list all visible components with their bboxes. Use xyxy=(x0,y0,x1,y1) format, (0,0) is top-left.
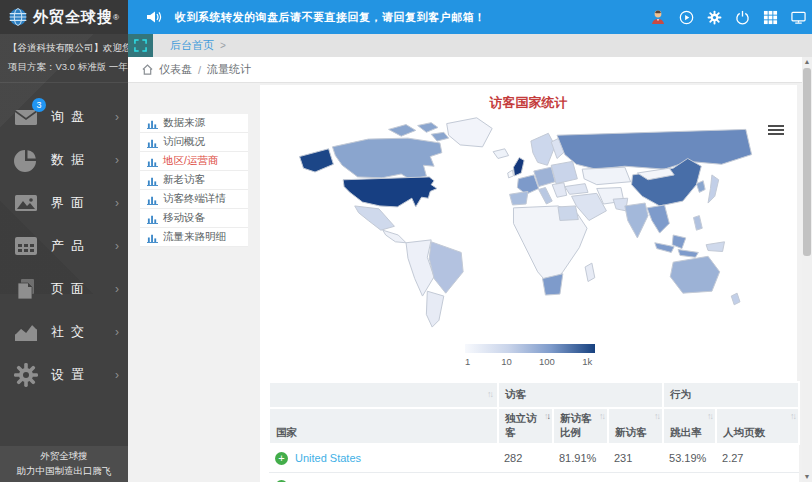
map-region-andes[interactable] xyxy=(406,240,434,296)
group-header-empty[interactable]: ↑↓ xyxy=(269,382,498,408)
col-header-bounce-rate[interactable]: 跳出率↑↓ xyxy=(663,408,716,444)
submenu-item-region-carrier[interactable]: 地区/运营商 xyxy=(140,152,248,171)
map-country-greenland[interactable] xyxy=(447,118,492,147)
bar-chart-icon xyxy=(147,175,158,186)
map-country-egypt[interactable] xyxy=(558,206,578,221)
map-region-eastern-europe[interactable] xyxy=(551,161,577,183)
sort-icon[interactable]: ↑↓ xyxy=(707,411,712,421)
country-link[interactable]: United States xyxy=(295,452,361,464)
map-country-iceland[interactable] xyxy=(493,149,508,159)
col-header-country[interactable]: 国家 xyxy=(269,408,498,444)
envelope-icon: 3 xyxy=(14,105,38,129)
top-header: 收到系统转发的询盘后请不要直接回复，请回复到客户邮箱！ xyxy=(128,0,812,34)
fullscreen-toggle[interactable] xyxy=(128,34,153,57)
map-country-turkey[interactable] xyxy=(565,184,588,195)
submenu-item-visit-overview[interactable]: 访问概况 xyxy=(140,133,248,152)
map-country-italy[interactable] xyxy=(539,188,553,204)
map-country-mexico[interactable] xyxy=(355,206,395,230)
map-country-indonesia[interactable] xyxy=(655,235,699,257)
visualmap-gradient[interactable] xyxy=(465,344,595,353)
submenu-item-new-returning[interactable]: 新老访客 xyxy=(140,171,248,190)
map-country-canada[interactable] xyxy=(332,138,441,180)
chart-toolbox-menu-icon[interactable] xyxy=(768,125,784,137)
sidebar-item-interface[interactable]: 界面› xyxy=(0,181,128,224)
monitor-icon[interactable] xyxy=(791,10,806,25)
expand-row-icon[interactable] xyxy=(275,452,288,465)
grid-icon[interactable] xyxy=(763,10,778,25)
map-country-india[interactable] xyxy=(625,203,648,238)
map-country-madagascar[interactable] xyxy=(585,263,595,281)
submenu-item-data-source[interactable]: 数据来源 xyxy=(140,114,248,133)
sidebar-item-products[interactable]: 产品› xyxy=(0,224,128,267)
map-country-japan[interactable] xyxy=(708,175,719,203)
sort-icon[interactable]: ↑↓ xyxy=(487,389,492,399)
sidebar-item-pages[interactable]: 页面› xyxy=(0,267,128,310)
map-region-central-america[interactable] xyxy=(383,230,406,243)
sort-icon[interactable]: ↑↓ xyxy=(790,411,795,421)
col-header-new-visitors[interactable]: 新访客↑↓ xyxy=(608,408,663,444)
gear-icon[interactable] xyxy=(707,10,722,25)
image-icon xyxy=(14,191,38,215)
map-country-philippines[interactable] xyxy=(694,216,703,231)
sort-icon[interactable]: ↑↓ xyxy=(654,411,659,421)
home-icon xyxy=(142,64,153,75)
map-country-russia[interactable] xyxy=(557,129,752,169)
bar-chart-icon xyxy=(147,194,158,205)
map-region-alaska[interactable] xyxy=(300,149,334,172)
map-country-new-zealand[interactable] xyxy=(731,293,740,305)
logo: 外贸全球搜 ® xyxy=(0,0,128,34)
sidebar-item-social[interactable]: 社交› xyxy=(0,310,128,353)
footer-slogan: 助力中国制造出口腾飞 xyxy=(17,465,112,478)
globe-logo-icon xyxy=(8,7,28,27)
sidebar-item-data[interactable]: 数据› xyxy=(0,138,128,181)
product-grid-icon xyxy=(14,234,38,258)
header-icon-bar xyxy=(650,9,812,25)
bar-chart-icon xyxy=(147,137,158,148)
scrollbar-thumb[interactable] xyxy=(803,68,811,256)
map-country-usa[interactable] xyxy=(343,177,437,207)
bar-chart-icon xyxy=(147,118,158,129)
welcome-text: 【谷道科技有限公司】欢迎您! xyxy=(0,34,128,55)
chevron-right-icon: › xyxy=(115,325,119,339)
chart-title: 访客国家统计 xyxy=(260,85,797,112)
map-region-balkans[interactable] xyxy=(552,183,567,198)
area-chart-icon xyxy=(14,320,38,344)
map-country-south-korea[interactable] xyxy=(696,181,705,193)
inquiry-badge: 3 xyxy=(32,98,46,112)
map-region-kazakhstan[interactable] xyxy=(582,167,630,184)
map-country-ireland[interactable] xyxy=(508,170,514,178)
scroll-up-arrow[interactable]: ▲ xyxy=(802,57,812,67)
power-icon[interactable] xyxy=(735,10,750,25)
sort-icon[interactable]: ↑↓ xyxy=(599,411,604,421)
submenu-item-terminal-detail[interactable]: 访客终端详情 xyxy=(140,190,248,209)
sort-icon-desc[interactable]: ↑↓ xyxy=(544,411,549,421)
col-header-unique-visitors[interactable]: 独立访客↑↓ xyxy=(498,408,553,444)
map-region-se-asia[interactable] xyxy=(647,205,669,233)
vertical-scrollbar[interactable]: ▲ ▼ xyxy=(802,57,812,482)
map-region-norway-sweden[interactable] xyxy=(531,133,555,165)
breadcrumb-dashboard[interactable]: 仪表盘 xyxy=(159,62,192,77)
submenu-item-traffic-sources[interactable]: 流量来路明细 xyxy=(140,228,248,247)
main-content-panel: 访客国家统计 xyxy=(260,85,797,482)
submenu-item-mobile-devices[interactable]: 移动设备 xyxy=(140,209,248,228)
scroll-down-arrow[interactable]: ▼ xyxy=(802,472,812,482)
sidebar-footer: 外贸全球搜 助力中国制造出口腾飞 xyxy=(0,446,128,482)
chevron-right-icon: › xyxy=(115,368,119,382)
visualmap-tick-labels: 1 10 100 1k xyxy=(465,356,595,368)
map-country-uk[interactable] xyxy=(513,158,524,176)
sidebar-item-settings[interactable]: 设置› xyxy=(0,353,128,396)
user-avatar[interactable] xyxy=(650,9,666,25)
map-country-argentina[interactable] xyxy=(426,291,443,327)
plan-text: 项目方案：V3.0 标准版 一年 xyxy=(0,55,128,83)
pie-chart-icon xyxy=(14,148,38,172)
map-country-australia[interactable] xyxy=(670,256,719,293)
map-country-brazil[interactable] xyxy=(429,242,463,293)
play-circle-icon[interactable] xyxy=(679,10,694,25)
col-header-pages-per-visit[interactable]: 人均页数↑↓ xyxy=(716,408,799,444)
map-region-new-guinea[interactable] xyxy=(706,242,724,252)
footer-brand: 外贸全球搜 xyxy=(40,450,88,463)
col-header-new-visitor-ratio[interactable]: 新访客比例↑↓ xyxy=(553,408,608,444)
sidebar-item-inquiries[interactable]: 3 询盘› xyxy=(0,95,128,138)
breadcrumb-home-link[interactable]: 后台首页 xyxy=(170,38,214,53)
map-region-iberia[interactable] xyxy=(510,191,528,205)
